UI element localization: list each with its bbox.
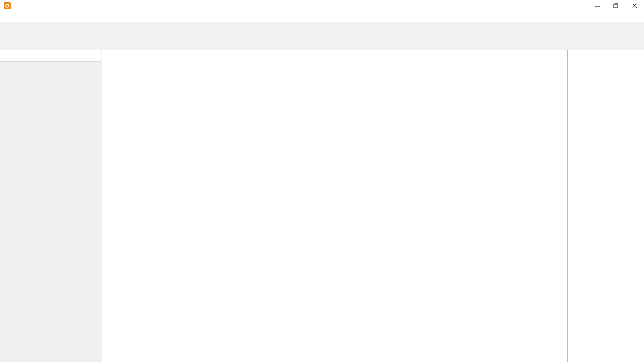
path-field[interactable] [0,50,101,62]
plots-area [102,50,568,362]
right-display-panel [567,50,644,362]
app-icon [4,2,11,9]
close-button[interactable] [625,0,644,11]
restore-button[interactable] [607,0,625,11]
heliviewer-window [0,0,644,362]
toolbar [0,22,644,51]
title-bar [0,0,644,11]
minimize-button[interactable] [588,0,607,11]
menu-bar [0,11,644,22]
left-control-panel [0,50,102,362]
